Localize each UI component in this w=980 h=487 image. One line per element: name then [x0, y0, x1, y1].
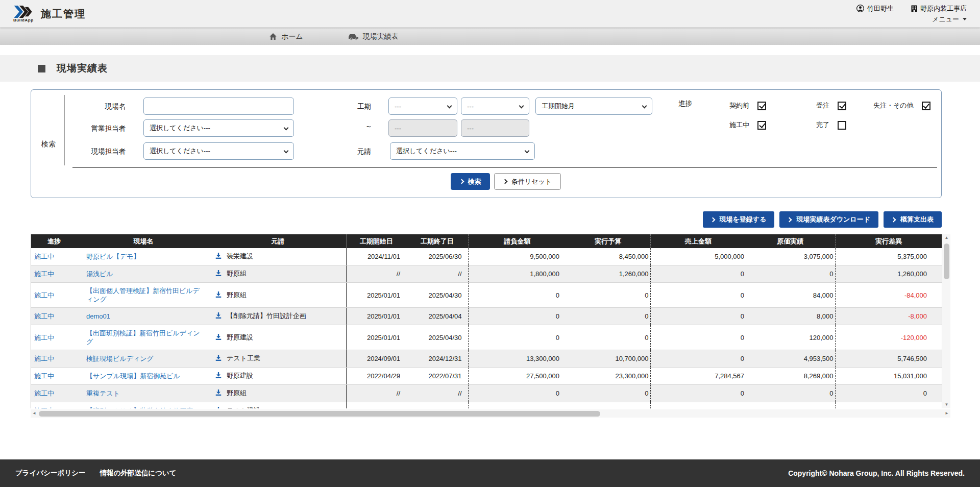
download-icon[interactable]	[215, 291, 222, 300]
chevron-right-icon	[891, 217, 896, 222]
nav-site-results[interactable]: 現場実績表	[348, 32, 399, 41]
chevron-down-icon	[525, 149, 530, 154]
download-results-label: 現場実績表ダウンロード	[796, 215, 870, 224]
row-progress-link[interactable]: 施工中	[34, 407, 54, 408]
user-name: 竹田野生	[867, 4, 894, 13]
vertical-scrollbar[interactable]: ▲ ▼	[942, 234, 950, 408]
row-actual-cost: 0	[746, 265, 835, 283]
row-actual-diff: -8,000	[835, 308, 942, 325]
table-row: 施工中 【班別シナリオ】装栄会館改修工事 テスト建設 2023/10/01 20…	[31, 402, 942, 409]
row-site-name-link[interactable]: 【出面班別検証】新宿竹田ビルディング	[86, 329, 200, 346]
row-progress-link[interactable]: 施工中	[34, 253, 54, 260]
org-name: 野原内装工事店	[920, 4, 967, 13]
row-site-name-link[interactable]: 野原ビル【デモ】	[86, 253, 140, 260]
period-month-select[interactable]: 工期開始月	[535, 98, 652, 115]
sales-rep-select[interactable]: 選択してください---	[143, 119, 294, 137]
contractor-selected-value: 選択してください---	[396, 147, 457, 156]
nav-home[interactable]: ホーム	[269, 32, 303, 41]
date-to-value: ---	[467, 125, 474, 132]
row-site-name-link[interactable]: 【出面個人管理検証】新宿竹田ビルディング	[86, 287, 200, 303]
checkbox-ordered[interactable]: 受注	[816, 101, 846, 110]
checkbox-label: 受注	[816, 101, 829, 110]
chevron-right-icon	[502, 179, 507, 184]
scroll-right-icon[interactable]: ►	[943, 409, 950, 418]
checkbox-before-contract[interactable]: 契約前	[729, 101, 766, 110]
app-logo[interactable]: BuildApp	[13, 6, 34, 22]
row-start-date: 2023/10/01	[346, 402, 406, 409]
row-site-name-link[interactable]: demo01	[86, 312, 110, 320]
download-icon[interactable]	[215, 372, 222, 381]
checkbox-box[interactable]	[922, 102, 930, 110]
row-progress-link[interactable]: 施工中	[34, 291, 54, 299]
checkbox-completed[interactable]: 完了	[816, 120, 846, 130]
row-end-date: //	[406, 385, 468, 402]
download-icon[interactable]	[215, 333, 222, 343]
row-site-name-link[interactable]: 検証現場ビルディング	[86, 355, 154, 362]
row-site-name-link[interactable]: 【班別シナリオ】装栄会館改修工事	[86, 407, 193, 408]
row-contract-amount: 0	[468, 385, 566, 402]
period-from-value: ---	[395, 103, 401, 110]
download-icon[interactable]	[215, 270, 222, 279]
row-sales-amount: 0	[650, 265, 746, 283]
download-icon[interactable]	[215, 312, 222, 321]
car-icon	[348, 33, 359, 40]
row-actual-diff: -120,000	[835, 325, 942, 350]
download-icon[interactable]	[215, 406, 222, 408]
row-end-date: 2025/04/30	[406, 325, 468, 350]
checkbox-in-progress[interactable]: 施工中	[729, 120, 766, 130]
scroll-up-icon[interactable]: ▲	[942, 234, 950, 241]
estimate-expense-button[interactable]: 概算支出表	[884, 211, 942, 228]
row-site-name-link[interactable]: 湯浅ビル	[86, 270, 113, 278]
period-to-select[interactable]: ---	[461, 98, 529, 115]
scroll-left-icon[interactable]: ◄	[31, 409, 38, 418]
reset-conditions-button[interactable]: 条件リセット	[494, 173, 561, 190]
checkbox-box[interactable]	[757, 121, 766, 130]
title-square-icon	[38, 65, 45, 72]
checkbox-box[interactable]	[757, 102, 766, 110]
external-transmission-link[interactable]: 情報の外部送信について	[100, 469, 177, 478]
checkbox-lost-other[interactable]: 失注・その他	[873, 101, 930, 110]
col-header-contract-amount: 請負金額	[468, 234, 566, 248]
header-right: 竹田野生 野原内装工事店 メニュー	[856, 4, 967, 24]
row-progress-link[interactable]: 施工中	[34, 270, 54, 278]
chevron-down-icon	[284, 149, 289, 154]
row-progress-link[interactable]: 施工中	[34, 372, 54, 380]
row-contract-amount: 13,300,000	[468, 350, 566, 368]
period-to-value: ---	[467, 103, 474, 110]
table-action-row: 現場を登録する 現場実績表ダウンロード 概算支出表	[703, 211, 942, 228]
vertical-scroll-thumb[interactable]	[944, 243, 949, 279]
row-progress-link[interactable]: 施工中	[34, 312, 54, 320]
scroll-down-icon[interactable]: ▼	[942, 401, 950, 408]
horizontal-scroll-thumb[interactable]	[39, 411, 600, 417]
site-name-input[interactable]	[143, 98, 294, 115]
results-table-clip: 進捗 現場名 元請 工期開始日 工期終了日 請負金額 実行予算 売上金額 原価実…	[31, 234, 950, 408]
row-end-date: 2025/04/30	[406, 283, 468, 308]
chevron-down-icon	[519, 104, 524, 109]
site-rep-select[interactable]: 選択してください---	[143, 142, 294, 160]
period-from-select[interactable]: ---	[388, 98, 457, 115]
download-results-button[interactable]: 現場実績表ダウンロード	[779, 211, 878, 228]
row-site-name-link[interactable]: 【サンプル現場】新宿御苑ビル	[86, 372, 180, 380]
row-actual-diff: 1,260,000	[835, 265, 942, 283]
register-site-button[interactable]: 現場を登録する	[703, 211, 775, 228]
contractor-select[interactable]: 選択してください---	[390, 142, 535, 160]
row-contract-amount: 9,500,000	[468, 248, 566, 265]
row-progress-link[interactable]: 施工中	[34, 389, 54, 397]
menu-button[interactable]: メニュー	[932, 15, 967, 24]
checkbox-box[interactable]	[838, 102, 846, 110]
privacy-policy-link[interactable]: プライバシーポリシー	[15, 469, 86, 478]
search-button[interactable]: 検索	[451, 173, 490, 190]
row-progress-link[interactable]: 施工中	[34, 355, 54, 362]
table-header-row: 進捗 現場名 元請 工期開始日 工期終了日 請負金額 実行予算 売上金額 原価実…	[31, 234, 942, 248]
row-sales-amount: 5,000,000	[650, 248, 746, 265]
row-contractor-name: 【削除元請】竹田設計企画	[227, 312, 306, 320]
page-title: 現場実績表	[57, 62, 108, 75]
download-icon[interactable]	[215, 252, 222, 261]
checkbox-box[interactable]	[838, 121, 846, 130]
download-icon[interactable]	[215, 354, 222, 363]
download-icon[interactable]	[215, 389, 222, 398]
row-site-name-link[interactable]: 重複テスト	[86, 389, 120, 397]
horizontal-scrollbar[interactable]: ◄ ►	[31, 409, 950, 418]
row-progress-link[interactable]: 施工中	[34, 334, 54, 342]
divider	[72, 167, 937, 168]
